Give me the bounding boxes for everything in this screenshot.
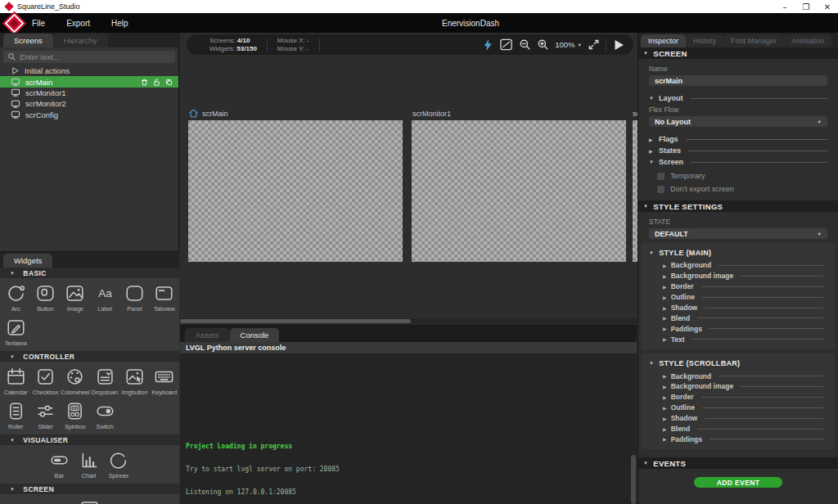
tab-widgets[interactable]: Widgets: [3, 254, 52, 268]
style-item-outline[interactable]: ▶Outline: [663, 292, 823, 303]
add-event-button[interactable]: ADD EVENT: [694, 477, 782, 488]
checkbox-icon[interactable]: [657, 186, 665, 193]
lightning-icon[interactable]: [482, 38, 493, 52]
checkbox-icon[interactable]: [657, 173, 665, 180]
style-item-background-image[interactable]: ▶Background image: [663, 381, 823, 392]
tab-history[interactable]: History: [686, 34, 723, 47]
style-item-background[interactable]: ▶Background: [663, 371, 823, 381]
widget-textarea[interactable]: Textarea: [1, 315, 30, 349]
style-item-blend[interactable]: ▶Blend: [663, 313, 823, 323]
tab-inspector[interactable]: Inspector: [641, 34, 686, 47]
chevron-right-icon: ▶: [663, 273, 667, 279]
canvas-horizontal-scrollbar[interactable]: [180, 318, 637, 324]
style-item-outline[interactable]: ▶Outline: [663, 403, 823, 413]
checkbox-temporary[interactable]: Temporary: [657, 171, 838, 181]
flex-flow-dropdown[interactable]: No Layout ▼: [649, 116, 827, 127]
zoom-level-dropdown[interactable]: 100%▼: [555, 40, 582, 49]
list-item-initial-actions[interactable]: Initial actions: [0, 65, 178, 76]
widget-spinner[interactable]: Spinner: [104, 448, 133, 482]
widget-calendar[interactable]: Calendar: [1, 364, 30, 398]
widget-image[interactable]: Image: [61, 281, 90, 315]
fit-screen-icon[interactable]: [588, 38, 600, 51]
widget-roller[interactable]: Roller: [1, 398, 30, 433]
widget-bar[interactable]: Bar: [44, 448, 74, 482]
list-item-scrmonitor1[interactable]: scrMonitor1: [0, 88, 178, 98]
tab-assets[interactable]: Assets: [185, 328, 230, 342]
canvas-screen-scrmain[interactable]: [188, 120, 403, 262]
widget-section-visualiser[interactable]: ▼ VISUALISER: [0, 434, 179, 445]
lock-screen-icon[interactable]: [152, 78, 161, 87]
widget-tabview[interactable]: Tabview: [149, 281, 178, 315]
widget-chart[interactable]: Chart: [74, 448, 103, 482]
section-screen[interactable]: ▼ SCREEN: [638, 47, 838, 59]
screens-search[interactable]: [3, 51, 175, 63]
widget-dropdown[interactable]: Dropdown: [90, 364, 119, 398]
widget-slider[interactable]: Slider: [30, 398, 60, 433]
widget-panel[interactable]: Panel: [119, 281, 149, 315]
style-item-background[interactable]: ▶Background: [663, 260, 823, 271]
search-input[interactable]: [20, 52, 171, 61]
name-field[interactable]: scrMain: [649, 75, 827, 86]
style-item-border[interactable]: ▶Border: [663, 281, 823, 292]
menu-file[interactable]: File: [21, 19, 56, 28]
chevron-right-icon: ▶: [663, 263, 667, 268]
close-button[interactable]: ✕: [817, 0, 838, 13]
style-main-header[interactable]: ▼ STYLE (MAIN): [642, 246, 835, 260]
checkbox-dont-export-screen[interactable]: Don't export screen: [657, 184, 838, 194]
tab-console[interactable]: Console: [230, 328, 280, 342]
widget-arc[interactable]: Arc: [1, 281, 30, 315]
list-item-scrmain[interactable]: scrMain: [0, 76, 178, 87]
canvas-screen-label-scrmain[interactable]: scrMain: [188, 108, 228, 119]
style-item-background-image[interactable]: ▶Background image: [663, 271, 823, 281]
widget-screen[interactable]: Screen: [74, 497, 104, 504]
list-item-scrmonitor2[interactable]: scrMonitor2: [0, 98, 178, 109]
minimize-button[interactable]: –: [774, 0, 795, 13]
list-item-scrconfig[interactable]: scrConfig: [0, 110, 178, 120]
tab-animation[interactable]: Animation: [784, 34, 831, 47]
widget-keyboard[interactable]: Keyboard: [149, 364, 178, 398]
state-dropdown[interactable]: DEFAULT ▼: [649, 228, 827, 239]
style-item-paddings[interactable]: ▶Paddings: [663, 434, 823, 444]
zoom-out-icon[interactable]: [519, 38, 531, 51]
style-item-shadow[interactable]: ▶Shadow: [663, 303, 823, 313]
canvas-screen-scrmonitor1[interactable]: [412, 120, 626, 262]
style-item-paddings[interactable]: ▶Paddings: [663, 323, 823, 334]
widget-colorwheel[interactable]: Colorwheel: [61, 364, 90, 398]
menu-help[interactable]: Help: [101, 19, 139, 28]
canvas-screen-label-scrmonitor1[interactable]: scrMonitor1: [412, 108, 451, 119]
tab-hierarchy[interactable]: Hierarchy: [53, 34, 108, 47]
widget-section-screen[interactable]: ▼ SCREEN: [0, 484, 179, 494]
group-states[interactable]: ▶ States: [649, 145, 827, 156]
zoom-in-icon[interactable]: [537, 38, 549, 51]
inspector-tabbar: Inspector History Font Manager Animation: [638, 33, 838, 47]
duplicate-screen-icon[interactable]: [164, 78, 173, 87]
style-item-blend[interactable]: ▶Blend: [663, 424, 823, 434]
widget-section-controller[interactable]: ▼ CONTROLLER: [0, 351, 179, 362]
style-item-text[interactable]: ▶Text: [663, 334, 823, 344]
widget-section-basic[interactable]: ▼ BASIC: [0, 268, 179, 278]
style-item-shadow[interactable]: ▶Shadow: [663, 413, 823, 424]
widget-button[interactable]: Button: [30, 281, 60, 315]
group-flags[interactable]: ▶ Flags: [649, 133, 827, 145]
menu-export[interactable]: Export: [56, 19, 101, 28]
play-button[interactable]: [612, 38, 625, 52]
group-screen[interactable]: ▼ Screen: [649, 156, 827, 168]
tab-font-manager[interactable]: Font Manager: [723, 34, 784, 47]
section-events[interactable]: ▼ EVENTS: [638, 457, 838, 469]
maximize-button[interactable]: ❐: [795, 0, 817, 13]
chevron-right-icon: ▶: [663, 315, 667, 321]
widget-checkbox[interactable]: Checkbox: [30, 364, 60, 398]
console-vertical-scrollbar[interactable]: [631, 455, 636, 504]
widget-imgbutton[interactable]: Imgbutton: [119, 364, 149, 398]
style-scrollbar-header[interactable]: ▼ STYLE (SCROLLBAR): [642, 357, 835, 371]
style-item-border[interactable]: ▶Border: [663, 392, 823, 403]
widget-spinbox[interactable]: Spinbox: [61, 398, 90, 433]
divider: [697, 317, 823, 318]
section-style-settings[interactable]: ▼ STYLE SETTINGS: [638, 200, 838, 212]
group-layout[interactable]: ▼ Layout: [649, 92, 827, 104]
tab-screens[interactable]: Screens: [3, 34, 53, 47]
screenshot-icon[interactable]: [499, 38, 513, 52]
widget-switch[interactable]: Switch: [90, 398, 119, 433]
delete-screen-icon[interactable]: [140, 78, 149, 87]
widget-label[interactable]: AaLabel: [90, 281, 119, 315]
